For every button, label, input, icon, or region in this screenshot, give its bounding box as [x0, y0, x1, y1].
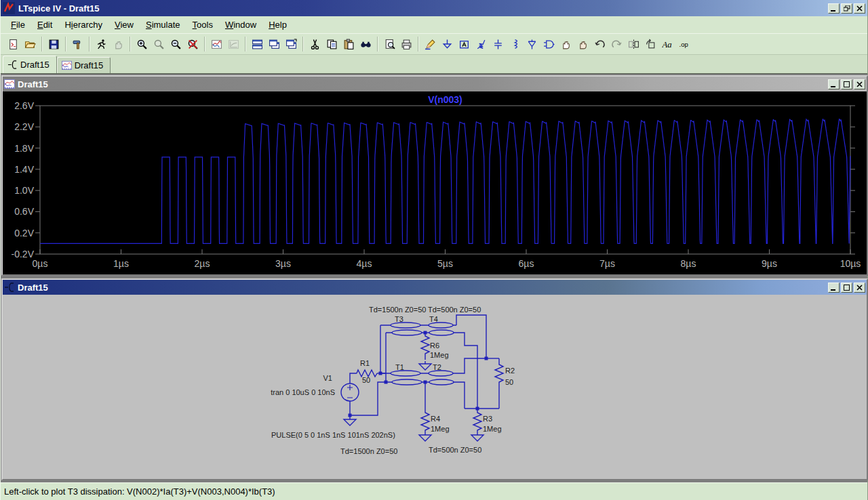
zoom-out-button[interactable]	[167, 35, 184, 53]
app-title: LTspice IV - Draft15	[18, 3, 828, 14]
schem-maximize-button[interactable]	[841, 283, 852, 293]
run-button[interactable]	[93, 35, 110, 53]
tab-draft15-waveform[interactable]: Draft15	[57, 57, 111, 73]
y-tick-label: 1.4V	[14, 164, 34, 175]
autorange-y-button[interactable]	[208, 35, 225, 53]
drag-button[interactable]	[574, 35, 591, 53]
schematic-icon	[4, 282, 15, 293]
schem-close-button[interactable]	[854, 283, 865, 293]
inductor-button[interactable]	[507, 35, 524, 53]
net-label-button[interactable]	[456, 35, 473, 53]
waveform-icon	[4, 79, 15, 89]
toolbar-separator	[41, 37, 43, 51]
zoom-full-extents-button[interactable]	[184, 35, 201, 53]
schematic-canvas[interactable]: Td=1500n Z0=50 Td=500n Z0=50 T3 T4 R6 1M…	[3, 295, 867, 479]
print-preview-button[interactable]	[381, 35, 398, 53]
r3-value-label: 1Meg	[483, 425, 502, 433]
schematic-window-titlebar[interactable]: Draft15	[3, 280, 867, 295]
spice-directive-button[interactable]: .op	[676, 35, 693, 53]
t3-tline[interactable]	[380, 322, 425, 335]
t4-tline[interactable]	[425, 322, 456, 335]
spice-directive-icon: .op	[679, 39, 690, 50]
redo-icon	[611, 39, 623, 50]
wave-close-button[interactable]	[854, 79, 865, 89]
find-button[interactable]	[357, 35, 374, 53]
copy-button[interactable]	[323, 35, 340, 53]
undo-button[interactable]	[591, 35, 608, 53]
ground-symbol	[471, 432, 484, 441]
tile-vertical-icon	[269, 39, 280, 50]
cut-button[interactable]	[307, 35, 323, 53]
new-schematic-icon	[7, 39, 19, 50]
r4-resistor[interactable]	[421, 382, 429, 432]
t4-params-label: Td=500n Z0=50	[428, 306, 481, 314]
menu-help[interactable]: Help	[262, 18, 293, 32]
r2-resistor[interactable]	[495, 358, 503, 409]
new-schematic-button[interactable]	[5, 35, 22, 53]
move-icon	[560, 39, 572, 50]
waveform-window-titlebar[interactable]: Draft15	[3, 77, 867, 91]
menu-edit[interactable]: Edit	[31, 18, 58, 32]
r4-name-label: R4	[431, 415, 440, 423]
x-tick-label: 2µs	[195, 258, 210, 269]
wave-minimize-button[interactable]	[828, 79, 840, 89]
text-button[interactable]: Aa	[659, 35, 676, 53]
wire-button[interactable]	[422, 35, 439, 53]
close-button[interactable]	[854, 3, 865, 14]
tile-vertical-button[interactable]	[266, 35, 283, 53]
halt-button[interactable]	[110, 35, 127, 53]
zoom-in-button[interactable]	[134, 35, 151, 53]
pan-button[interactable]	[225, 35, 242, 53]
cascade-windows-button[interactable]	[283, 35, 300, 53]
ground-symbol	[419, 361, 431, 370]
tile-horizontal-button[interactable]	[249, 35, 266, 53]
restore-button[interactable]	[841, 3, 852, 14]
rotate-button[interactable]	[642, 35, 659, 53]
move-button[interactable]	[557, 35, 574, 53]
v1-pulse-label: PULSE(0 5 0 1nS 1nS 101nS 202nS)	[271, 431, 395, 439]
menu-file[interactable]: File	[5, 18, 31, 32]
redo-button[interactable]	[608, 35, 625, 53]
status-text: Left-click to plot T3 dissipation: V(N00…	[4, 486, 275, 497]
r3-name-label: R3	[483, 415, 492, 423]
print-button[interactable]	[398, 35, 415, 53]
y-tick-label: 2.2V	[14, 121, 34, 132]
ground-button[interactable]	[439, 35, 456, 53]
schematic-drawing[interactable]: Td=1500n Z0=50 Td=500n Z0=50 T3 T4 R6 1M…	[3, 295, 867, 479]
open-button[interactable]	[22, 35, 39, 53]
x-tick-label: 6µs	[519, 258, 534, 269]
tab-draft15-schematic[interactable]: Draft15	[3, 56, 57, 73]
menu-window[interactable]: Window	[219, 18, 262, 32]
t1-params-label: Td=1500n Z0=50	[340, 447, 397, 455]
component-button[interactable]	[540, 35, 557, 53]
undo-icon	[594, 39, 606, 50]
y-tick-label: 2.6V	[14, 100, 34, 111]
menu-view[interactable]: View	[108, 18, 140, 32]
r3-resistor[interactable]	[473, 409, 481, 432]
wire-icon	[425, 39, 436, 50]
toolbar-separator	[245, 37, 246, 51]
waveform-plot[interactable]: V(n003)2.6V2.2V1.8V1.4V1.0V0.6V0.2V-0.2V…	[3, 91, 867, 274]
diode-button[interactable]	[524, 35, 540, 53]
wave-maximize-button[interactable]	[841, 79, 852, 89]
t4-name-label: T4	[429, 315, 438, 323]
control-panel-button[interactable]	[69, 35, 86, 53]
menu-tools[interactable]: Tools	[186, 18, 219, 32]
menu-hierarchy[interactable]: Hierarchy	[58, 18, 108, 32]
waveform-plot-area[interactable]: V(n003)2.6V2.2V1.8V1.4V1.0V0.6V0.2V-0.2V…	[3, 91, 867, 274]
v1-tran-label: tran 0 10uS 0 10nS	[271, 388, 335, 396]
capacitor-button[interactable]	[490, 35, 507, 53]
paste-button[interactable]	[340, 35, 357, 53]
resistor-button[interactable]	[473, 35, 490, 53]
r6-resistor[interactable]	[421, 333, 429, 360]
r4-value-label: 1Meg	[431, 425, 450, 433]
menu-simulate[interactable]: Simulate	[140, 18, 186, 32]
minimize-button[interactable]	[828, 3, 840, 14]
save-button[interactable]	[45, 35, 62, 53]
schem-minimize-button[interactable]	[828, 283, 840, 293]
mirror-button[interactable]	[625, 35, 642, 53]
x-tick-label: 1µs	[113, 258, 129, 269]
v1-name-label: V1	[323, 374, 332, 382]
zoom-back-button[interactable]	[151, 35, 167, 53]
t2-tline[interactable]	[425, 371, 456, 385]
